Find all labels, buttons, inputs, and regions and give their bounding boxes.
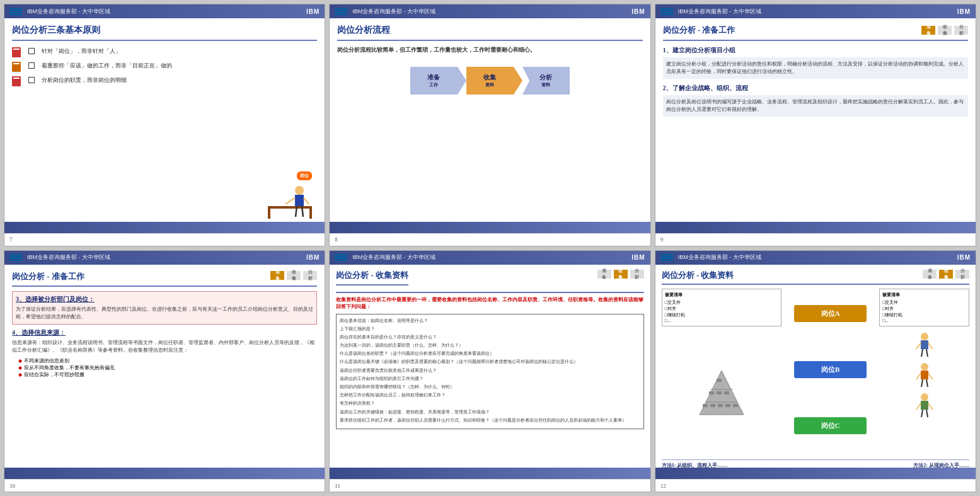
step-ind-5-2: 收集 bbox=[614, 270, 628, 279]
slide-4-s1-text: 为了保证分析结果，应选择有代表性、典型性的部门及岗位。在进行收集之前，应与有关这… bbox=[16, 306, 313, 321]
slide-3-brand: IBM bbox=[957, 8, 971, 15]
pos-box-a: 岗位A bbox=[794, 305, 866, 322]
step-ind-1: 准备 bbox=[921, 26, 935, 35]
method-2-label: 方法2: 从现岗位入手…… bbox=[913, 462, 969, 468]
principle-check-3 bbox=[28, 77, 35, 83]
slide-3-section-2: 2、了解企业战略、组织、流程 岗位分析及岗位说明书的编写源于企业战略、业务流程、… bbox=[663, 84, 968, 117]
slide-4-section-2-box: 4、选择信息来源： 信息来源有：组织设计、业务流程说明书、管理流程等书面文件，岗… bbox=[12, 328, 317, 354]
svg-point-33 bbox=[921, 393, 928, 401]
slide-2-brand: IBM bbox=[631, 8, 645, 15]
flow-step-3: 分析 资料 bbox=[522, 67, 570, 95]
bullet-3: ◆应结合实际，不可照抄照搬 bbox=[18, 371, 317, 378]
svg-point-21 bbox=[921, 333, 928, 340]
slide-3-footer bbox=[655, 222, 976, 233]
slide-1-content: 岗位分析三条基本原则 针对「岗位」，而非针对「人」 着重那些「应该」做的工作，而… bbox=[4, 18, 325, 222]
step-ind-4-1: 准备 bbox=[270, 271, 284, 280]
svg-line-31 bbox=[921, 379, 923, 387]
slide-5-subtitle: 收集资料是岗位分析工作中最重要的一环，需要收集的资料包括岗位名称、工作内容及职责… bbox=[336, 296, 643, 310]
slide-6-brand: IBM bbox=[957, 254, 971, 261]
cr-2: □对齐 bbox=[882, 306, 966, 312]
step-ind-6-3: 分析 bbox=[955, 270, 969, 279]
principle-row-2: 着重那些「应该」做的工作，而非「目前正在」做的 bbox=[12, 62, 317, 72]
figure-svg bbox=[262, 178, 318, 219]
svg-rect-18 bbox=[717, 391, 722, 395]
principle-text-1: 针对「岗位」，而非针对「人」 bbox=[42, 47, 121, 57]
slide-6-footer bbox=[655, 468, 976, 479]
flow-step-2-line2: 资料 bbox=[474, 82, 506, 88]
org-middle: 岗位A 岗位B 岗位C bbox=[785, 289, 875, 457]
checklist-right-title: 被要清单 bbox=[882, 292, 966, 298]
svg-rect-17 bbox=[709, 391, 714, 395]
method-labels: 方法1: 从组织、流程入手…… 方法2: 从现岗位入手…… bbox=[662, 459, 969, 468]
q3: 岗位存在的基本目的是什么？存在的意义是什么？ bbox=[340, 334, 640, 341]
slide-3-title-text: 岗位分析 - 准备工作 bbox=[663, 25, 735, 36]
step-ind-6-2: 收集 bbox=[939, 270, 953, 279]
flow-step-2: 收集 资料 bbox=[466, 67, 514, 95]
step-indicators-5: 准备 收集 分析 bbox=[597, 270, 644, 289]
q8: 该岗位的工作如何与组织的其它工作沟通？ bbox=[340, 376, 640, 383]
svg-line-38 bbox=[926, 410, 928, 417]
flow-step-1-line1: 准备 bbox=[418, 73, 450, 82]
svg-line-35 bbox=[916, 403, 921, 410]
step-indicators-6: 准备 收集 分析 bbox=[923, 270, 969, 281]
slide-5-header: IBM业务咨询服务部 - 大中华区域 IBM bbox=[330, 251, 650, 265]
q9: 组织的内部和外部需有哪些联结？（怎样、为什么、何时） bbox=[340, 384, 640, 391]
slide-3-s2-text: 岗位分析及岗位说明书的编写源于企业战略、业务流程、管理流程及组织设计，最终把实施… bbox=[663, 95, 968, 117]
slide-5-content: 岗位分析 - 收集资料 准备 收集 分析 收集资料是岗位分析工作中最重要的一环，… bbox=[330, 265, 650, 468]
svg-rect-28 bbox=[921, 371, 928, 379]
slide-2: IBM业务咨询服务部 - 大中华区域 IBM 岗位分析流程 岗位分析流程比较简单… bbox=[329, 4, 650, 246]
slide-4-s1-title: 3、选择被分析部门及岗位： bbox=[16, 295, 313, 304]
step-ind-5-3: 分析 bbox=[630, 270, 644, 279]
slide-3: IBM业务咨询服务部 - 大中华区域 IBM 岗位分析 - 准备工作 准备 收集… bbox=[655, 4, 976, 246]
svg-rect-22 bbox=[921, 340, 928, 349]
slide-4-header: IBM业务咨询服务部 - 大中华区域 IBM bbox=[4, 251, 325, 265]
svg-line-29 bbox=[916, 373, 921, 379]
svg-rect-15 bbox=[725, 404, 730, 407]
step-ind-4-3: 分析 bbox=[303, 271, 317, 280]
slide-4-title-row: 岗位分析 - 准备工作 准备 收集 分析 bbox=[12, 271, 317, 287]
svg-rect-4 bbox=[295, 195, 304, 206]
flow-step-3-line1: 分析 bbox=[530, 73, 562, 82]
slide-2-company: IBM业务咨询服务部 - 大中华区域 bbox=[352, 8, 435, 16]
slide-5-page: 11 bbox=[335, 483, 340, 489]
slide-4-content: 岗位分析 - 准备工作 准备 收集 分析 3、选择被分析部门及岗位： 为了保证分… bbox=[4, 265, 325, 468]
bullet-1: ◆不同来源的信息差别 bbox=[18, 357, 317, 364]
checklist-left: 被要清单 □交叉件 □对齐 □继续打机 □... bbox=[662, 289, 782, 326]
q12: 该岗位工作的关键绩效：如进度、密切程度、关系维度等，管理其工作现场？ bbox=[340, 409, 640, 416]
slide-5-footer bbox=[330, 468, 650, 479]
q7: 该岗位任职者需要负责比较其他工作成果是什么？ bbox=[340, 367, 640, 374]
slide-4-company: IBM业务咨询服务部 - 大中华区域 bbox=[27, 253, 110, 262]
slide-5-title-row: 岗位分析 - 收集资料 准备 收集 分析 bbox=[336, 270, 643, 293]
slide-5-questions-box: 岗位基本信息：如岗位名称、说明等是什么？ 上下级汇报的是？ 岗位存在的基本目的是… bbox=[336, 314, 643, 429]
slide-5-title: 岗位分析 - 收集资料 bbox=[336, 270, 408, 285]
principle-text-3: 分析岗位的职责，而非岗位的明细 bbox=[42, 76, 127, 86]
svg-rect-0 bbox=[268, 206, 312, 209]
slide-2-title: 岗位分析流程 bbox=[337, 25, 642, 41]
slide-5: IBM业务咨询服务部 - 大中华区域 IBM 岗位分析 - 收集资料 准备 收集… bbox=[329, 250, 650, 493]
q13: 要求胜任组织工作的工作者，该岗位任职人员需要什么行方式、知识和经验？（这个问题是… bbox=[340, 417, 640, 424]
slide-4-s2-text: 信息来源有：组织设计、业务流程说明书、管理流程等书面文件，岗位任职者、管理监督者… bbox=[12, 339, 317, 354]
svg-rect-16 bbox=[733, 404, 738, 407]
slide-3-company: IBM业务咨询服务部 - 大中华区域 bbox=[678, 8, 761, 16]
pos-box-c: 岗位C bbox=[794, 417, 866, 434]
org-left: 被要清单 □交叉件 □对齐 □继续打机 □... bbox=[662, 289, 782, 457]
slide-6-page: 12 bbox=[660, 483, 666, 489]
org-chart-area: 被要清单 □交叉件 □对齐 □继续打机 □... bbox=[662, 289, 969, 457]
slide-6-title: 岗位分析 - 收集资料 bbox=[662, 270, 734, 281]
pyramid-area bbox=[662, 329, 782, 457]
step-indicators-3: 准备 收集 分析 bbox=[921, 26, 968, 35]
pos-box-b: 岗位B bbox=[794, 361, 866, 378]
header-stripes bbox=[9, 8, 22, 15]
cl-4: □... bbox=[665, 318, 779, 323]
slide-4-section-1-box: 3、选择被分析部门及岗位： 为了保证分析结果，应选择有代表性、典型性的部门及岗位… bbox=[12, 291, 317, 325]
svg-line-6 bbox=[304, 198, 309, 204]
svg-line-30 bbox=[928, 373, 933, 379]
flow-step-1: 准备 工作 bbox=[410, 67, 458, 95]
svg-point-27 bbox=[921, 363, 928, 371]
slide-5-num-row: 11 bbox=[330, 479, 650, 492]
slide-1: IBM业务咨询服务部 - 大中华区域 IBM 岗位分析三条基本原则 针对「岗位」… bbox=[4, 4, 325, 246]
step-ind-3: 分析 bbox=[954, 26, 968, 35]
principle-icon-3 bbox=[12, 76, 21, 86]
slide-3-s1-title: 1、建立岗位分析项目小组 bbox=[663, 46, 968, 55]
pyramid-svg bbox=[696, 367, 747, 418]
